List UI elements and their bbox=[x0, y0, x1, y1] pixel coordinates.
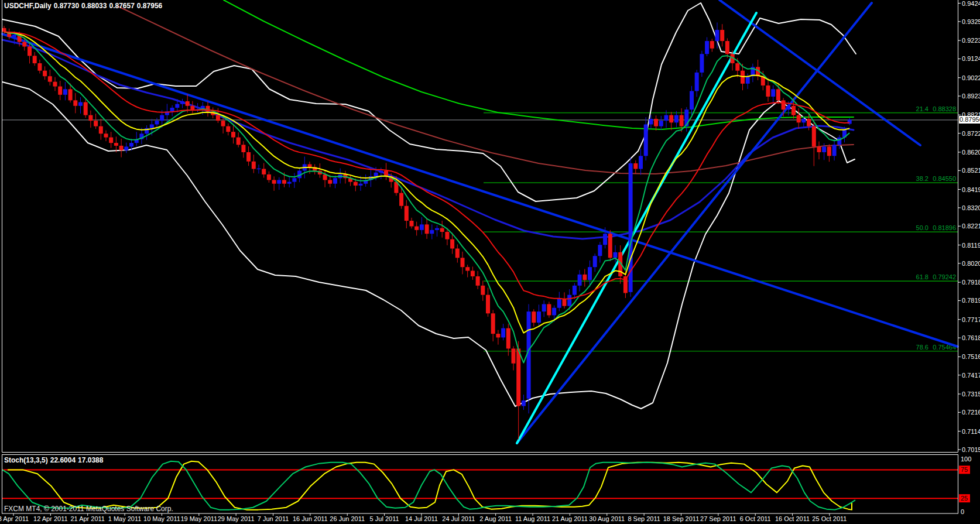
chart-title: USDCHF,Daily0.877300.880330.876570.87956 bbox=[4, 2, 165, 10]
fib-price-label: 0.84550 bbox=[933, 175, 956, 182]
stoch-axis-0: 0 bbox=[961, 508, 964, 515]
close-value: 0.87956 bbox=[137, 2, 162, 10]
price-axis-label: 0.94240 bbox=[962, 0, 980, 7]
low-value: 0.87657 bbox=[109, 2, 134, 10]
price-axis-label: 0.77170 bbox=[962, 316, 980, 323]
candle-body bbox=[226, 126, 230, 132]
candle-body bbox=[94, 121, 98, 126]
candle-body bbox=[807, 119, 811, 126]
candle-body bbox=[669, 115, 673, 123]
uptrend-line-blue[interactable] bbox=[517, 3, 872, 443]
candle-body bbox=[817, 146, 821, 152]
candle-body bbox=[246, 152, 251, 162]
candle-body bbox=[186, 101, 190, 106]
candle-body bbox=[277, 180, 281, 183]
date-axis-label: 14 Jul 2011 bbox=[405, 515, 438, 522]
candle-body bbox=[501, 328, 505, 338]
candle-body bbox=[119, 146, 124, 150]
fib-level-label: 50.0 bbox=[916, 224, 928, 231]
stoch-main-value: 22.6004 bbox=[50, 456, 76, 464]
candle-body bbox=[272, 180, 276, 183]
candle-body bbox=[735, 63, 739, 71]
bollinger-upper-band[interactable] bbox=[2, 3, 856, 201]
main-chart-area[interactable]: 21.40.8832838.20.8455050.00.8189661.80.7… bbox=[2, 0, 958, 443]
candle-body bbox=[710, 41, 714, 49]
price-axis-label: 0.78190 bbox=[962, 297, 980, 304]
candle-body bbox=[537, 311, 541, 323]
candle-body bbox=[680, 115, 684, 126]
uptrend-line-cyan[interactable] bbox=[517, 13, 756, 443]
date-axis-label: 7 Jun 2011 bbox=[258, 515, 289, 522]
date-axis-label: 29 May 2011 bbox=[218, 515, 255, 522]
candle-body bbox=[593, 256, 597, 267]
candle-body bbox=[308, 165, 312, 167]
candle-body bbox=[639, 156, 643, 169]
fib-level-label: 21.4 bbox=[916, 105, 928, 112]
price-axis-label: 0.71140 bbox=[962, 428, 980, 435]
price-axis-label: 0.84190 bbox=[962, 186, 980, 193]
candle-body bbox=[78, 102, 83, 106]
price-axis-label: 0.83200 bbox=[962, 204, 980, 211]
candle-body bbox=[481, 286, 485, 295]
date-axis-label: 2 Aug 2011 bbox=[479, 515, 512, 522]
candle-body bbox=[461, 258, 465, 267]
bollinger-lower-band[interactable] bbox=[2, 82, 855, 409]
candle-body bbox=[221, 121, 225, 126]
candle-body bbox=[73, 100, 77, 105]
stoch-indicator-name: Stoch(13,3,5) bbox=[4, 456, 48, 464]
candle-body bbox=[614, 252, 618, 258]
price-axis-label: 0.73150 bbox=[962, 391, 980, 398]
price-axis[interactable]: 0.942400.932500.922300.912400.902200.892… bbox=[958, 0, 980, 515]
candle-body bbox=[471, 270, 475, 276]
stoch-main-line[interactable] bbox=[2, 461, 855, 510]
date-axis-label: 10 May 2011 bbox=[143, 515, 180, 522]
candle-body bbox=[241, 145, 245, 152]
candle-body bbox=[766, 85, 770, 97]
candle-body bbox=[399, 193, 403, 206]
date-axis-label: 3 Apr 2011 bbox=[0, 515, 29, 522]
candle-body bbox=[430, 230, 434, 234]
candle-body bbox=[547, 304, 551, 315]
candle-body bbox=[644, 124, 648, 156]
candle-body bbox=[782, 100, 786, 109]
candle-body bbox=[791, 106, 796, 115]
price-axis-label: 0.74170 bbox=[962, 372, 980, 379]
candle-body bbox=[827, 146, 831, 156]
price-axis-label: 0.76180 bbox=[962, 334, 980, 341]
candle-body bbox=[654, 119, 658, 126]
candle-body bbox=[720, 30, 724, 41]
stoch-level-badge-text: 25 bbox=[961, 495, 968, 502]
date-axis-label: 6 Oct 2011 bbox=[740, 515, 771, 522]
stochastic-label: Stoch(13,3,5)22.600417.0388 bbox=[4, 456, 105, 464]
date-axis-label: 16 Jun 2011 bbox=[293, 515, 328, 522]
candle-body bbox=[659, 121, 663, 126]
date-axis-label: 5 Jul 2011 bbox=[370, 515, 399, 522]
candle-body bbox=[588, 267, 592, 280]
downtrend-line-long[interactable] bbox=[2, 34, 958, 347]
time-axis[interactable]: 3 Apr 201112 Apr 201121 Apr 20111 May 20… bbox=[0, 513, 847, 522]
candle-body bbox=[28, 47, 32, 56]
date-axis-label: 1 May 2011 bbox=[108, 515, 142, 522]
stoch-level-badge-text: 75 bbox=[961, 466, 968, 473]
candle-body bbox=[573, 286, 577, 295]
candle-body bbox=[405, 206, 409, 221]
price-axis-label: 0.72160 bbox=[962, 409, 980, 416]
candle-body bbox=[832, 145, 837, 156]
high-value: 0.88033 bbox=[81, 2, 107, 10]
candle-body bbox=[695, 73, 699, 91]
candlesticks bbox=[2, 22, 852, 439]
stoch-signal-value: 17.0388 bbox=[78, 456, 103, 464]
candle-body bbox=[797, 115, 801, 123]
candle-body bbox=[516, 348, 520, 406]
candle-body bbox=[99, 126, 103, 134]
stoch-signal-line[interactable] bbox=[8, 461, 852, 510]
chart-canvas[interactable]: 21.40.8832838.20.8455050.00.8189661.80.7… bbox=[0, 0, 980, 524]
candle-body bbox=[237, 138, 241, 145]
candle-body bbox=[114, 143, 118, 146]
candle-body bbox=[822, 146, 826, 152]
price-axis-label: 0.81190 bbox=[962, 242, 980, 249]
downtrend-line-steep[interactable] bbox=[719, 0, 920, 145]
stochastic-panel[interactable] bbox=[2, 461, 958, 510]
candle-body bbox=[633, 163, 638, 169]
candle-body bbox=[68, 89, 73, 100]
